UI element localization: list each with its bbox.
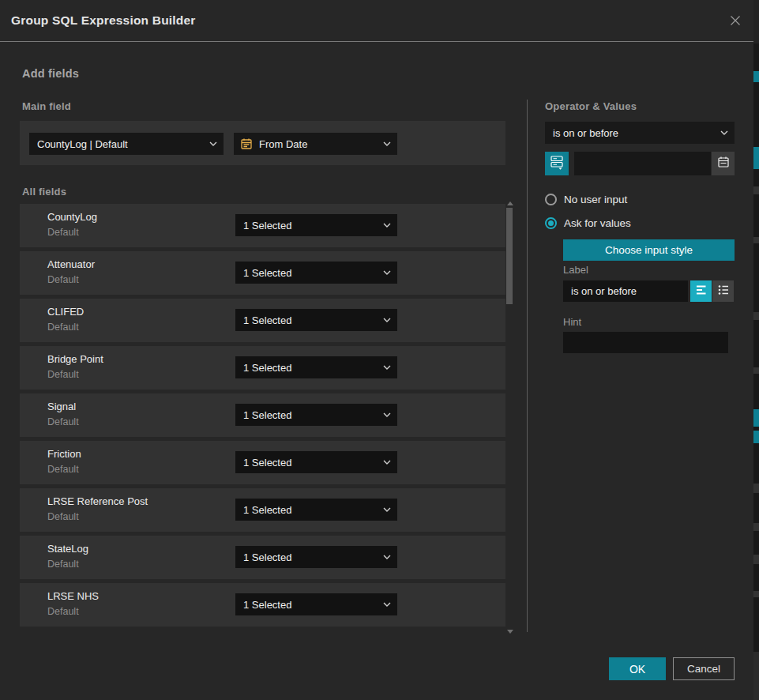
ok-button[interactable]: OK bbox=[609, 657, 666, 680]
operator-dropdown[interactable]: is on or before bbox=[545, 122, 735, 144]
field-row-friction: Friction Default 1 Selected bbox=[20, 441, 505, 484]
chevron-down-icon bbox=[383, 602, 391, 607]
field-selected-value: 1 Selected bbox=[243, 314, 291, 326]
radio-option-no-user-input[interactable]: No user input bbox=[545, 194, 627, 205]
field-name: Signal bbox=[47, 401, 76, 412]
field-row-bridge-point: Bridge Point Default 1 Selected bbox=[20, 346, 505, 390]
field-name: Attenuator bbox=[47, 258, 95, 270]
dialog-title: Group SQL Expression Builder bbox=[11, 0, 196, 41]
field-selected-value: 1 Selected bbox=[243, 504, 291, 516]
background-app-edge-block bbox=[753, 484, 759, 493]
chevron-down-icon bbox=[383, 365, 391, 370]
hint-field-label: Hint bbox=[563, 316, 581, 328]
value-input[interactable] bbox=[574, 152, 711, 175]
add-fields-heading: Add fields bbox=[22, 67, 79, 80]
chevron-down-icon bbox=[720, 130, 728, 135]
scroll-up-arrow-icon[interactable] bbox=[507, 201, 513, 205]
calendar-icon bbox=[240, 137, 253, 152]
field-selected-value: 1 Selected bbox=[243, 267, 291, 279]
main-field-label: Main field bbox=[22, 100, 71, 112]
background-app-edge bbox=[753, 0, 759, 700]
scrollbar-thumb[interactable] bbox=[506, 208, 513, 304]
choose-input-style-label: Choose input style bbox=[605, 244, 693, 256]
radio-option-ask-for-values[interactable]: Ask for values bbox=[545, 217, 631, 229]
value-input-type-button[interactable] bbox=[545, 152, 569, 175]
background-app-edge-block bbox=[753, 237, 759, 243]
scroll-down-arrow-icon[interactable] bbox=[507, 630, 513, 634]
list-scrollbar[interactable] bbox=[506, 201, 513, 634]
chevron-down-icon bbox=[383, 223, 391, 228]
background-app-edge-block bbox=[753, 652, 759, 700]
hint-input[interactable] bbox=[563, 332, 728, 353]
background-app-edge-block bbox=[753, 147, 759, 169]
date-picker-button[interactable] bbox=[712, 152, 735, 175]
chevron-down-icon bbox=[383, 507, 391, 512]
field-selected-value: 1 Selected bbox=[243, 551, 291, 563]
field-selected-dropdown[interactable]: 1 Selected bbox=[235, 404, 397, 426]
ok-button-label: OK bbox=[629, 663, 645, 676]
main-layer-dropdown[interactable]: CountyLog | Default bbox=[29, 133, 224, 155]
field-selected-value: 1 Selected bbox=[243, 599, 291, 611]
field-subtitle: Default bbox=[47, 511, 79, 522]
close-icon[interactable] bbox=[727, 12, 744, 29]
field-subtitle: Default bbox=[47, 227, 79, 238]
field-selected-dropdown[interactable]: 1 Selected bbox=[235, 214, 397, 236]
field-row-lrse-reference-post: LRSE Reference Post Default 1 Selected bbox=[20, 488, 505, 532]
radio-ask-for-values-label: Ask for values bbox=[564, 217, 631, 229]
field-name: StateLog bbox=[47, 543, 88, 555]
align-left-icon bbox=[695, 284, 708, 299]
label-input[interactable]: is on or before bbox=[563, 280, 688, 302]
main-date-field-dropdown[interactable]: From Date bbox=[234, 133, 397, 155]
field-selected-dropdown[interactable]: 1 Selected bbox=[235, 262, 397, 284]
field-subtitle: Default bbox=[47, 416, 79, 427]
chevron-down-icon bbox=[383, 141, 391, 146]
stacked-values-icon bbox=[550, 155, 564, 173]
field-subtitle: Default bbox=[47, 369, 79, 380]
group-sql-expression-builder-dialog: Group SQL Expression Builder Add fields … bbox=[0, 0, 759, 700]
all-fields-label: All fields bbox=[22, 186, 66, 198]
label-style-list-button[interactable] bbox=[712, 280, 734, 302]
background-app-edge-block bbox=[753, 186, 759, 194]
radio-ask-for-values[interactable] bbox=[545, 217, 557, 229]
background-app-edge-block bbox=[753, 591, 759, 597]
background-app-edge-block bbox=[753, 409, 759, 427]
main-field-panel: CountyLog | Default From Date bbox=[20, 121, 505, 165]
chevron-down-icon bbox=[383, 412, 391, 417]
field-row-statelog: StateLog Default 1 Selected bbox=[20, 536, 505, 579]
field-selected-value: 1 Selected bbox=[243, 220, 291, 231]
title-separator bbox=[0, 41, 753, 42]
field-selected-dropdown[interactable]: 1 Selected bbox=[235, 499, 397, 521]
background-app-edge-block bbox=[753, 431, 759, 443]
field-selected-dropdown[interactable]: 1 Selected bbox=[235, 593, 397, 615]
main-date-field-value: From Date bbox=[259, 138, 307, 150]
chevron-down-icon bbox=[383, 460, 391, 465]
choose-input-style-button[interactable]: Choose input style bbox=[563, 239, 735, 261]
field-selected-dropdown[interactable]: 1 Selected bbox=[235, 451, 397, 473]
field-name: LRSE Reference Post bbox=[47, 495, 148, 507]
background-app-edge-block bbox=[753, 523, 759, 531]
background-app-edge-block bbox=[753, 0, 759, 43]
label-style-single-button[interactable] bbox=[690, 280, 712, 302]
radio-no-user-input[interactable] bbox=[545, 194, 557, 205]
background-app-edge-block bbox=[753, 71, 759, 82]
cancel-button-label: Cancel bbox=[687, 663, 720, 675]
field-subtitle: Default bbox=[47, 322, 79, 333]
chevron-down-icon bbox=[383, 555, 391, 559]
chevron-down-icon bbox=[383, 318, 391, 322]
field-subtitle: Default bbox=[47, 606, 79, 617]
field-selected-dropdown[interactable]: 1 Selected bbox=[235, 356, 397, 378]
field-row-lrse-nhs: LRSE NHS Default 1 Selected bbox=[20, 583, 505, 627]
field-name: Friction bbox=[47, 448, 81, 460]
cancel-button[interactable]: Cancel bbox=[673, 657, 735, 680]
field-selected-dropdown[interactable]: 1 Selected bbox=[235, 309, 397, 331]
field-selected-dropdown[interactable]: 1 Selected bbox=[235, 546, 397, 568]
chevron-down-icon bbox=[209, 141, 217, 146]
background-app-edge-block bbox=[753, 555, 759, 564]
field-name: CLIFED bbox=[47, 306, 84, 318]
field-subtitle: Default bbox=[47, 464, 79, 475]
field-subtitle: Default bbox=[47, 274, 79, 285]
field-subtitle: Default bbox=[47, 559, 79, 570]
field-row-countylog: CountyLog Default 1 Selected bbox=[20, 204, 505, 247]
bullet-list-icon bbox=[717, 284, 730, 299]
field-name: CountyLog bbox=[47, 211, 97, 223]
